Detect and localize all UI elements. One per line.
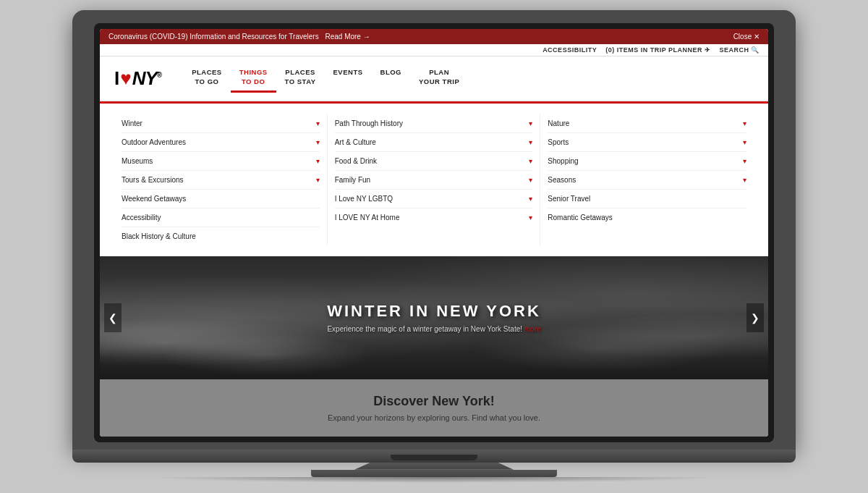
alert-bar: Coronavirus (COVID-19) Information and R… [100, 29, 768, 44]
alert-read-more-link[interactable]: Read More → [325, 33, 370, 41]
logo-heart: ♥ [120, 67, 130, 90]
dropdown-item-weekend-getaways[interactable]: Weekend Getaways [122, 190, 320, 208]
chevron-down-icon: ▾ [743, 157, 746, 165]
trip-planner-link[interactable]: (0) ITEMS IN TRIP PLANNER ✈ [605, 46, 710, 54]
dropdown-item-art-culture[interactable]: Art & Culture ▾ [335, 133, 533, 152]
dropdown-item-family-fun[interactable]: Family Fun ▾ [335, 171, 533, 190]
chevron-down-icon: ▾ [316, 138, 320, 146]
dropdown-item-path-history[interactable]: Path Through History ▾ [335, 114, 533, 133]
dropdown-col-2: Path Through History ▾ Art & Culture ▾ F… [328, 114, 541, 245]
nav-events[interactable]: EVENTS [325, 64, 372, 93]
hero-section: ❮ WINTER IN NEW YORK Experience the magi… [100, 256, 768, 379]
logo-ny-text: NY [132, 67, 157, 89]
alert-text: Coronavirus (COVID-19) Information and R… [109, 33, 370, 41]
chevron-down-icon: ▾ [743, 176, 746, 184]
hero-more-link[interactable]: more [524, 325, 541, 333]
nav-places-to-go[interactable]: PLACESTO GO [183, 64, 231, 93]
alert-close-button[interactable]: Close ✕ [733, 33, 760, 41]
nav-things-to-do[interactable]: THINGSTO DO [231, 64, 276, 93]
logo-reg: ® [157, 71, 161, 79]
dropdown-item-shopping[interactable]: Shopping ▾ [548, 152, 746, 171]
discover-subtitle: Expand your horizons by exploring ours. … [114, 413, 754, 422]
laptop-foot-bar [311, 470, 557, 477]
chevron-down-icon: ▾ [743, 138, 746, 146]
utility-bar: ACCESSIBILITY (0) ITEMS IN TRIP PLANNER … [100, 44, 768, 56]
discover-title: Discover New York! [114, 394, 754, 409]
dropdown-item-lgbtq[interactable]: I Love NY LGBTQ ▾ [335, 190, 533, 208]
chevron-down-icon: ▾ [316, 176, 320, 184]
hero-content: WINTER IN NEW YORK Experience the magic … [327, 302, 541, 333]
chevron-down-icon: ▾ [529, 176, 532, 184]
search-link[interactable]: SEARCH 🔍 [719, 46, 760, 54]
dropdown-item-outdoor-adventures[interactable]: Outdoor Adventures ▾ [122, 133, 320, 152]
laptop-shadow [145, 477, 723, 483]
alert-message: Coronavirus (COVID-19) Information and R… [109, 33, 319, 41]
hero-prev-arrow[interactable]: ❮ [104, 303, 122, 332]
laptop-wrapper: Coronavirus (COVID-19) Information and R… [72, 10, 796, 483]
dropdown-item-food-drink[interactable]: Food & Drink ▾ [335, 152, 533, 171]
chevron-down-icon: ▾ [316, 157, 320, 165]
logo-i: I [114, 67, 119, 90]
dropdown-item-winter[interactable]: Winter ▾ [122, 114, 320, 133]
laptop-body: Coronavirus (COVID-19) Information and R… [72, 10, 796, 450]
dropdown-item-museums[interactable]: Museums ▾ [122, 152, 320, 171]
laptop-base [72, 450, 796, 463]
logo[interactable]: I ♥ NY® [114, 67, 161, 90]
screen: Coronavirus (COVID-19) Information and R… [100, 29, 768, 437]
chevron-down-icon: ▾ [529, 119, 532, 127]
discover-section: Discover New York! Expand your horizons … [100, 379, 768, 437]
nav-places-to-stay[interactable]: PLACESTO STAY [276, 64, 325, 93]
dropdown-col-1: Winter ▾ Outdoor Adventures ▾ Museums ▾ [114, 114, 328, 245]
nav-plan-your-trip[interactable]: PLANYOUR TRIP [410, 64, 468, 93]
dropdown-item-senior-travel[interactable]: Senior Travel [548, 190, 746, 208]
dropdown-col-3: Nature ▾ Sports ▾ Shopping ▾ Seasons [540, 114, 754, 245]
laptop-notch [391, 455, 477, 460]
chevron-down-icon: ▾ [529, 138, 532, 146]
hero-title: WINTER IN NEW YORK [327, 302, 541, 321]
chevron-down-icon: ▾ [529, 195, 532, 203]
chevron-down-icon: ▾ [743, 119, 746, 127]
logo-ny: NY® [132, 67, 162, 90]
hero-subtitle: Experience the magic of a winter getaway… [327, 325, 541, 333]
hero-subtitle-text: Experience the magic of a winter getaway… [327, 325, 522, 333]
dropdown-item-seasons[interactable]: Seasons ▾ [548, 171, 746, 190]
chevron-down-icon: ▾ [529, 157, 532, 165]
screen-bezel: Coronavirus (COVID-19) Information and R… [94, 23, 774, 442]
dropdown-item-nature[interactable]: Nature ▾ [548, 114, 746, 133]
dropdown-item-at-home[interactable]: I LOVE NY At Home ▾ [335, 208, 533, 227]
main-nav: PLACESTO GO THINGSTO DO PLACESTO STAY EV… [183, 64, 468, 93]
dropdown-item-tours[interactable]: Tours & Excursions ▾ [122, 171, 320, 190]
hero-next-arrow[interactable]: ❯ [746, 303, 764, 332]
accessibility-link[interactable]: ACCESSIBILITY [542, 46, 597, 54]
header: I ♥ NY® PLACESTO GO THINGSTO DO PLACESTO… [100, 56, 768, 101]
dropdown-item-romantic-getaways[interactable]: Romantic Getaways [548, 208, 746, 227]
laptop-stand [354, 463, 514, 470]
dropdown-menu: Winter ▾ Outdoor Adventures ▾ Museums ▾ [100, 101, 768, 256]
dropdown-item-sports[interactable]: Sports ▾ [548, 133, 746, 152]
chevron-down-icon: ▾ [529, 214, 532, 222]
chevron-down-icon: ▾ [316, 119, 320, 127]
nav-blog[interactable]: BLOG [372, 64, 410, 93]
dropdown-item-black-history[interactable]: Black History & Culture [122, 227, 320, 245]
dropdown-item-accessibility[interactable]: Accessibility [122, 208, 320, 227]
